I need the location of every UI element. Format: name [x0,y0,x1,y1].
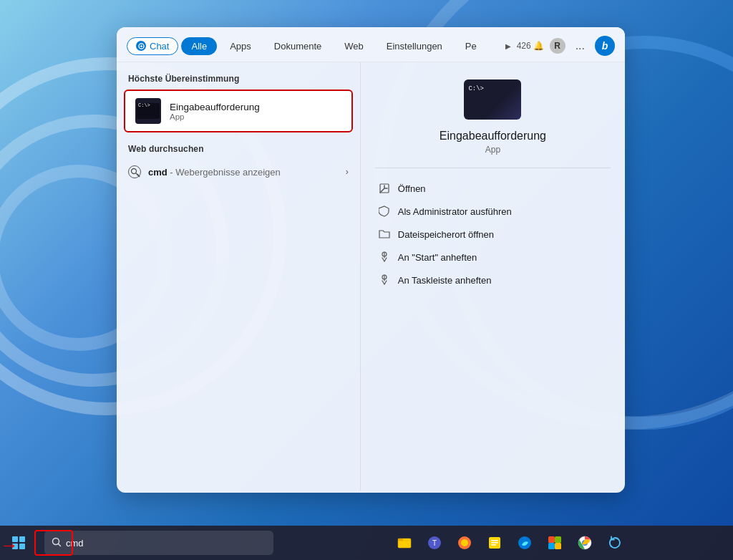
play-icon: ▶ [505,42,511,50]
tab-web[interactable]: Web [334,37,374,55]
best-match-title: Höchste Übereinstimmung [117,74,360,90]
bing-button[interactable]: b [595,36,615,56]
svg-rect-22 [555,543,561,549]
app-preview-subtitle: App [485,145,500,155]
web-search-item[interactable]: cmd - Webergebnisse anzeigen › [117,160,360,184]
taskbar-search-box[interactable]: cmd [44,531,273,555]
right-column: Eingabeaufforderung App Öffnen [361,62,625,491]
action-pin-start[interactable]: An "Start" anheften [375,246,611,269]
more-options-button[interactable]: ... [571,38,589,54]
folder-icon [378,228,391,241]
windows-logo [12,536,25,549]
start-button[interactable] [6,530,31,556]
svg-rect-17 [491,544,496,546]
cmd-app-icon [135,98,161,124]
tab-dokumente[interactable]: Dokumente [264,37,331,55]
left-column: Höchste Übereinstimmung Eingabeaufforder… [117,62,361,491]
taskbar-icon-files[interactable] [482,530,508,556]
taskbar-icon-file-explorer[interactable] [392,530,417,556]
taskbar-search-text: cmd [66,538,84,549]
admin-icon [378,205,391,218]
taskbar-left [0,526,31,560]
taskbar-icon-refresh[interactable] [602,530,628,556]
action-admin[interactable]: Als Administrator ausführen [375,200,611,223]
svg-line-7 [59,544,61,546]
svg-rect-9 [398,539,403,541]
svg-line-2 [136,173,138,175]
app-preview-icon [464,79,521,120]
profile-avatar[interactable]: R [550,38,565,54]
web-search-title: Web durchsuchen [117,144,360,160]
taskbar-search-icon [52,537,62,549]
tab-chat[interactable]: Chat [127,37,178,55]
svg-rect-20 [555,536,561,543]
tab-alle[interactable]: Alle [181,37,217,55]
chat-icon [136,41,146,51]
action-list: Öffnen Als Administrator ausführen [375,177,611,291]
taskbar-icon-firefox[interactable] [452,530,477,556]
best-match-section: Höchste Übereinstimmung Eingabeaufforder… [117,74,360,132]
web-search-arrow-icon: › [346,167,349,177]
search-icon [128,165,141,178]
action-folder[interactable]: Dateispeicherort öffnen [375,223,611,246]
svg-rect-16 [491,542,498,544]
panel-body: Höchste Übereinstimmung Eingabeaufforder… [117,62,625,491]
search-panel: Chat Alle Apps Dokumente Web Einstellung… [117,27,625,493]
tabs-bar: Chat Alle Apps Dokumente Web Einstellung… [117,27,625,62]
tab-apps[interactable]: Apps [220,37,261,55]
tab-pe[interactable]: Pe [455,37,487,55]
taskbar-icon-edge[interactable] [512,530,538,556]
svg-point-13 [461,539,468,546]
pin-start-icon [378,251,391,264]
tabs-right: ▶ 426 🔔 R ... b [505,36,615,56]
divider [375,168,611,168]
action-pin-taskbar[interactable]: An Taskleiste anheften [375,269,611,291]
action-open[interactable]: Öffnen [375,177,611,200]
app-preview-title: Eingabeaufforderung [440,130,546,143]
taskbar-icon-teams[interactable]: T [422,530,447,556]
svg-rect-15 [491,540,498,541]
svg-rect-19 [548,536,555,543]
svg-text:T: T [432,539,437,547]
web-search-text: cmd - Webergebnisse anzeigen [148,167,281,178]
taskbar-center-icons: T [392,530,628,556]
pin-taskbar-icon [378,274,391,286]
desktop: Chat Alle Apps Dokumente Web Einstellung… [0,0,733,560]
web-search-section: Web durchsuchen cmd - Webergebnisse anze… [117,132,360,184]
taskbar: cmd T [0,526,733,560]
best-match-info: Eingabeaufforderung App [170,102,260,121]
svg-rect-21 [548,543,555,549]
best-match-item[interactable]: Eingabeaufforderung App [124,90,353,132]
open-icon [378,182,391,195]
notification-badge: 426 🔔 [517,41,544,51]
tab-einstellungen[interactable]: Einstellungen [377,37,452,55]
taskbar-icon-chrome[interactable] [572,530,598,556]
taskbar-icon-store[interactable] [542,530,568,556]
